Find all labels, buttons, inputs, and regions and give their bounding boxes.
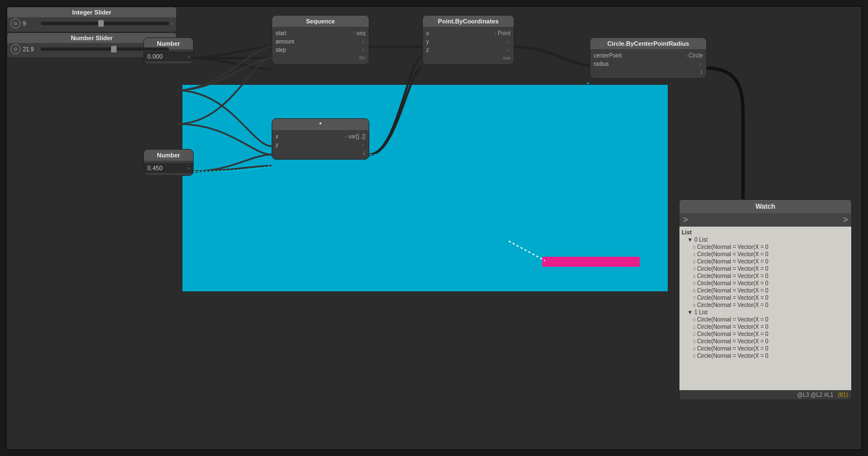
number-slider-value: 21.9 — [23, 46, 38, 52]
integer-slider-output-arrow: › — [171, 21, 173, 27]
number-node-2-arrow[interactable]: › — [188, 165, 190, 171]
watch-item-0-7: 7 Circle(Normal = Vector(X = 0 — [682, 294, 849, 301]
code-label-x: x — [276, 133, 343, 140]
sequence-node-title: Sequence — [272, 16, 369, 27]
watch-list-group-1: ▼ 1 List — [682, 309, 849, 316]
sequence-port-amount: amount › — [272, 37, 369, 46]
integer-slider-value: 9 — [23, 21, 38, 27]
code-out: var[]..[] — [348, 133, 365, 140]
code-port-x: x › var[]..[] — [272, 132, 369, 141]
watch-item-1-1: 1 Circle(Normal = Vector(X = 0 — [682, 323, 849, 330]
code-port-y: y › — [272, 141, 369, 149]
point-node-title: Point.ByCoordinates — [423, 16, 514, 27]
integer-slider-node: Integer Slider ⊙ 9 › — [7, 7, 177, 32]
sequence-label-step: step — [276, 47, 360, 53]
watch-footer-levels: @L3 @L2 #L1 — [797, 392, 833, 398]
watch-toolbar-right[interactable]: > — [843, 215, 848, 225]
watch-item-1-2: 2 Circle(Normal = Vector(X = 0 — [682, 330, 849, 338]
circle-port-center: centerPoint › Circle — [590, 51, 706, 60]
number-node-2-title: Number — [144, 150, 193, 161]
sequence-footer: IIV — [272, 54, 369, 62]
number-node-1: Number 0.000 › — [143, 37, 194, 64]
sequence-port-step: step › — [272, 46, 369, 54]
canvas: Number 0.000 › Integer Slider ⊙ 9 › Numb… — [6, 6, 862, 450]
integer-slider-expand[interactable]: ⊙ — [11, 18, 21, 28]
number-node-2: Number 0.450 › — [143, 149, 194, 176]
watch-item-0-6: 6 Circle(Normal = Vector(X = 0 — [682, 287, 849, 294]
circle-port-radius: radius › — [590, 60, 706, 68]
watch-item-0-1: 1 Circle(Normal = Vector(X = 0 — [682, 251, 849, 258]
watch-item-1-5: 5 Circle(Normal = Vector(X = 0 — [682, 352, 849, 359]
watch-list-label: List — [682, 229, 849, 236]
number-node-1-arrow[interactable]: › — [188, 54, 190, 60]
number-slider-expand[interactable]: ⊙ — [11, 44, 21, 54]
sequence-out-seq: seq — [356, 30, 365, 36]
watch-item-1-4: 4 Circle(Normal = Vector(X = 0 — [682, 345, 849, 352]
watch-item-0-8: 8 Circle(Normal = Vector(X = 0 — [682, 301, 849, 309]
circle-footer: 1 — [590, 68, 706, 76]
integer-slider-thumb[interactable] — [98, 20, 104, 27]
code-footer: 1 — [272, 149, 369, 157]
watch-item-0-2: 2 Circle(Normal = Vector(X = 0 — [682, 258, 849, 265]
watch-item-0-5: 5 Circle(Normal = Vector(X = 0 — [682, 280, 849, 287]
circle-node-title: Circle.ByCenterPointRadius — [590, 38, 706, 49]
point-label-z: z — [426, 47, 505, 53]
sequence-port-start: start › seq — [272, 29, 369, 37]
circle-out: Circle — [688, 52, 703, 59]
watch-count: (81) — [838, 392, 848, 398]
point-node: Point.ByCoordinates x › Point y › z › xx… — [422, 15, 514, 65]
number-node-1-value: 0.000 — [147, 53, 163, 60]
code-node-title: * — [272, 119, 369, 130]
circle-label-center: centerPoint — [594, 52, 683, 59]
circle-node: Circle.ByCenterPointRadius centerPoint ›… — [590, 37, 707, 79]
watch-item-0-4: 4 Circle(Normal = Vector(X = 0 — [682, 272, 849, 280]
watch-item-1-3: 3 Circle(Normal = Vector(X = 0 — [682, 338, 849, 345]
point-out: Point — [498, 30, 510, 36]
watch-item-1-0: 0 Circle(Normal = Vector(X = 0 — [682, 316, 849, 323]
watch-item-0-0: 0 Circle(Normal = Vector(X = 0 — [682, 243, 849, 251]
number-slider-thumb[interactable] — [111, 46, 117, 52]
integer-slider-title: Integer Slider — [7, 7, 176, 17]
sequence-node: Sequence start › seq amount › step › IIV — [272, 15, 369, 65]
code-label-y: y — [276, 142, 360, 148]
point-port-z: z › — [423, 46, 514, 54]
point-label-x: x — [426, 30, 493, 36]
watch-panel: Watch > > List ▼ 0 List 0 Circle(Normal … — [679, 199, 852, 400]
watch-title: Watch — [679, 200, 851, 213]
number-slider-track[interactable] — [41, 47, 169, 51]
integer-slider-track[interactable] — [41, 22, 169, 25]
watch-toolbar: > > — [679, 213, 851, 227]
watch-footer: @L3 @L2 #L1 (81) — [679, 390, 851, 400]
watch-item-0-3: 3 Circle(Normal = Vector(X = 0 — [682, 265, 849, 272]
watch-list-label-text: List — [682, 229, 692, 236]
circle-label-radius: radius — [594, 61, 698, 67]
sequence-label-amount: amount — [276, 39, 360, 45]
number-node-2-value: 0.450 — [147, 165, 163, 171]
sequence-label-start: start — [276, 30, 351, 36]
pink-bar — [542, 257, 640, 267]
watch-list-group-0: ▼ 0 List — [682, 236, 849, 243]
point-port-y: y › — [423, 37, 514, 46]
point-port-x: x › Point — [423, 29, 514, 37]
watch-content[interactable]: List ▼ 0 List 0 Circle(Normal = Vector(X… — [679, 227, 851, 390]
point-label-y: y — [426, 39, 505, 45]
code-node: * x › var[]..[] y › 1 — [272, 118, 369, 160]
point-footer: xxx — [423, 54, 514, 62]
watch-toolbar-left[interactable]: > — [683, 215, 688, 225]
